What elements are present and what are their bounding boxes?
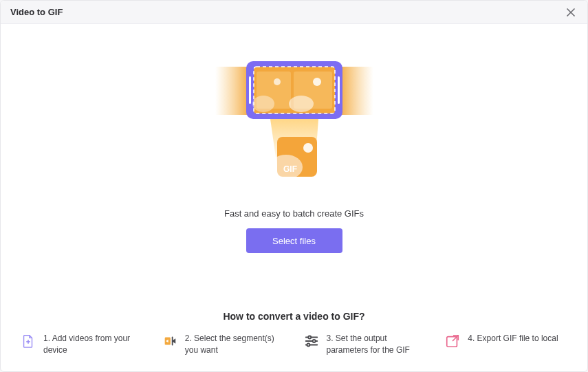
howto-steps: 1. Add videos from your device 2. Select… [20,333,568,356]
select-files-button[interactable]: Select files [246,228,342,253]
svg-rect-12 [249,76,251,104]
step-text: 1. Add videos from your device [43,333,144,356]
svg-point-27 [312,340,315,342]
svg-point-29 [307,344,309,347]
titlebar: Video to GIF [1,1,587,24]
svg-rect-13 [338,76,340,104]
step-text: 3. Set the output parameters for the GIF [327,333,427,356]
close-icon [566,8,576,17]
hero-tagline: Fast and easy to batch create GIFs [224,208,364,219]
svg-point-25 [308,336,311,339]
hero-area: GIF Fast and easy to batch create GIFs S… [1,24,587,311]
trim-icon [162,333,178,349]
window-title: Video to GIF [10,7,63,17]
add-file-icon [20,333,36,349]
step-select-segment: 2. Select the segment(s) you want [162,333,285,356]
hero-illustration: GIF [215,57,373,195]
svg-point-9 [289,96,314,112]
close-button[interactable] [563,4,579,21]
svg-point-8 [313,78,321,86]
svg-point-11 [252,96,274,112]
gif-badge-text: GIF [283,164,297,174]
window-body: GIF Fast and easy to batch create GIFs S… [1,24,587,371]
howto-section: How to convert a video to GIF? 1. Add vi… [1,311,587,371]
sliders-icon [303,333,320,349]
video-to-gif-window: Video to GIF [0,0,588,372]
howto-title: How to convert a video to GIF? [20,311,568,322]
svg-point-10 [274,78,281,85]
step-text: 4. Export GIF file to local [468,333,558,344]
step-export: 4. Export GIF file to local [444,333,568,356]
step-add-videos: 1. Add videos from your device [20,333,144,356]
step-set-parameters: 3. Set the output parameters for the GIF [303,333,427,356]
step-text: 2. Select the segment(s) you want [185,333,285,356]
svg-point-16 [303,143,313,153]
export-icon [444,333,461,349]
